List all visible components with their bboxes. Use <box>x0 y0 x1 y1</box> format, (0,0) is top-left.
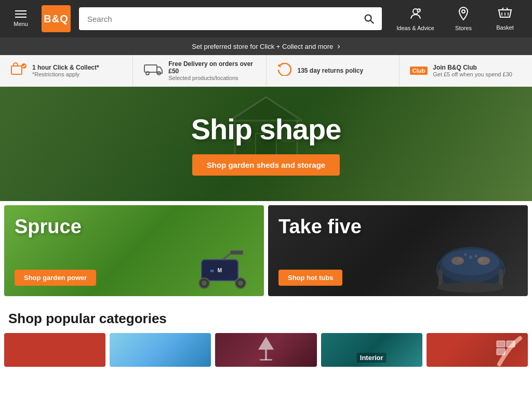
store-banner[interactable]: Set preferred store for Click + Collect … <box>0 37 532 55</box>
delivery-text: Free Delivery on orders over £50 Selecte… <box>168 60 255 81</box>
stores-button[interactable]: Stores <box>445 6 482 31</box>
category-card-4[interactable]: Interior <box>321 333 422 367</box>
click-collect-main: 1 hour Click & Collect* <box>32 64 99 71</box>
svg-point-11 <box>146 72 149 75</box>
search-bar <box>79 7 382 30</box>
basket-label: Basket <box>496 24 514 31</box>
promo-spruce-button[interactable]: Shop garden power <box>15 270 96 286</box>
store-banner-text: Set preferred store for Click + Collect … <box>192 43 333 50</box>
basket-icon <box>498 7 512 23</box>
search-input[interactable] <box>79 15 356 23</box>
stores-label: Stores <box>455 25 472 31</box>
stores-icon <box>457 6 470 24</box>
svg-rect-40 <box>497 341 505 347</box>
svg-point-37 <box>437 282 504 292</box>
club-badge: Club <box>410 66 428 75</box>
header: Menu B&Q Ideas & Advice <box>0 0 532 37</box>
svg-rect-42 <box>497 349 505 355</box>
basket-button[interactable]: Basket <box>486 7 524 31</box>
club-text: Join B&Q Club Get £5 off when you spend … <box>433 64 512 77</box>
svg-rect-10 <box>144 65 157 72</box>
category-card-5[interactable] <box>427 333 528 367</box>
svg-point-4 <box>462 10 465 13</box>
returns-main: 135 day returns policy <box>298 67 364 74</box>
popular-categories-section: Shop popular categories Interior <box>0 300 532 373</box>
hero-title: Ship shape <box>191 112 341 146</box>
svg-point-33 <box>451 257 464 265</box>
menu-button[interactable]: Menu <box>8 10 33 27</box>
info-bar: 1 hour Click & Collect* *Restrictions ap… <box>0 55 532 87</box>
promo-take-five-button[interactable]: Shop hot tubs <box>278 270 342 286</box>
returns-text: 135 day returns policy <box>298 67 364 74</box>
promo-card-spruce: Spruce M M Shop garden power <box>4 205 264 296</box>
promo-card-take-five: Take five Shop hot tubs <box>268 205 528 296</box>
svg-rect-39 <box>260 359 272 361</box>
club-main: Join B&Q Club <box>433 64 512 71</box>
promo-take-five-title: Take five <box>278 216 362 238</box>
category-row: Interior <box>0 333 532 373</box>
ideas-advice-button[interactable]: Ideas & Advice <box>390 6 441 31</box>
svg-point-27 <box>442 249 499 275</box>
interior-label: Interior <box>357 353 387 363</box>
category-card-1[interactable] <box>4 333 105 367</box>
svg-rect-38 <box>265 350 267 360</box>
ideas-advice-label: Ideas & Advice <box>396 25 434 31</box>
ideas-advice-icon <box>408 6 423 24</box>
svg-rect-23 <box>230 250 243 255</box>
svg-point-31 <box>464 254 467 256</box>
info-returns: 135 day returns policy <box>267 55 400 86</box>
hamburger-icon <box>15 10 26 18</box>
promo-row: Spruce M M Shop garden power Take five <box>0 201 532 300</box>
click-collect-sub: *Restrictions apply <box>32 71 99 77</box>
hero-cta-button[interactable]: Shop garden sheds and storage <box>192 154 340 176</box>
svg-line-1 <box>370 20 374 23</box>
click-collect-icon <box>10 62 27 80</box>
lawnmower-icon: M M <box>191 249 254 291</box>
returns-icon <box>277 62 292 79</box>
hero-banner: Ship shape Shop garden sheds and storage <box>0 87 532 201</box>
info-club: Club Join B&Q Club Get £5 off when you s… <box>400 55 532 86</box>
delivery-main: Free Delivery on orders over £50 <box>168 60 255 75</box>
click-collect-text: 1 hour Click & Collect* *Restrictions ap… <box>32 64 99 77</box>
svg-text:M: M <box>210 269 214 273</box>
menu-label: Menu <box>14 21 28 27</box>
hot-tub-icon <box>429 223 512 296</box>
delivery-sub: Selected products/locations <box>168 75 255 81</box>
svg-point-34 <box>477 257 490 265</box>
club-sub: Get £5 off when you spend £30 <box>433 71 512 77</box>
category-card-2[interactable] <box>110 333 211 367</box>
chevron-right-icon: › <box>337 42 340 51</box>
svg-point-19 <box>202 281 207 286</box>
svg-point-32 <box>474 255 477 258</box>
popular-section-title: Shop popular categories <box>0 300 532 333</box>
delivery-icon <box>143 63 163 79</box>
search-icon <box>363 13 375 24</box>
header-actions: Ideas & Advice Stores <box>390 6 524 31</box>
hero-content: Ship shape Shop garden sheds and storage <box>191 112 341 176</box>
svg-rect-41 <box>507 341 515 347</box>
search-button[interactable] <box>356 7 382 30</box>
category-card-3[interactable] <box>215 333 316 367</box>
svg-text:M: M <box>218 268 222 273</box>
info-delivery: Free Delivery on orders over £50 Selecte… <box>133 55 266 86</box>
logo[interactable]: B&Q <box>42 5 71 32</box>
svg-point-29 <box>469 256 472 259</box>
svg-rect-8 <box>11 66 22 74</box>
info-click-collect: 1 hour Click & Collect* *Restrictions ap… <box>0 55 133 86</box>
promo-spruce-title: Spruce <box>15 216 82 238</box>
svg-point-21 <box>238 281 243 286</box>
svg-point-0 <box>365 15 371 21</box>
